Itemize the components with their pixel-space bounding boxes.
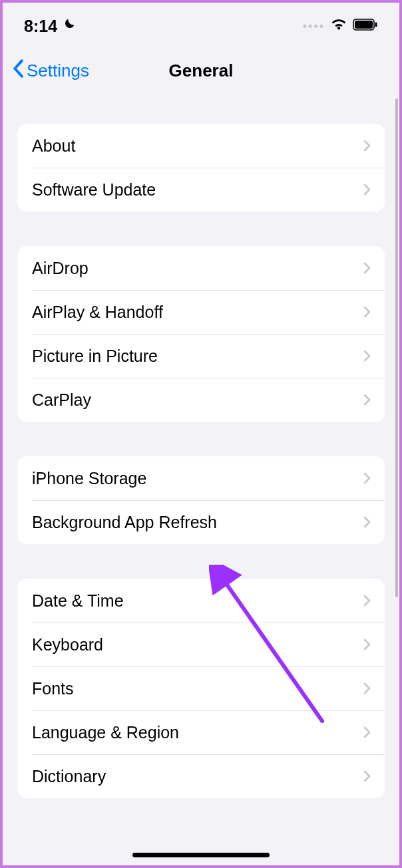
row-label: Dictionary <box>32 767 106 786</box>
row-date-time[interactable]: Date & Time <box>17 579 385 623</box>
do-not-disturb-icon <box>61 17 76 36</box>
wifi-icon <box>330 18 347 34</box>
chevron-right-icon <box>363 390 371 410</box>
row-iphone-storage[interactable]: iPhone Storage <box>17 456 385 500</box>
chevron-right-icon <box>363 347 371 366</box>
row-label: Date & Time <box>32 591 124 611</box>
row-label: Fonts <box>32 679 74 698</box>
status-right: •••• <box>303 18 378 34</box>
battery-icon <box>353 19 378 33</box>
chevron-right-icon <box>363 180 371 200</box>
settings-group-4: Date & Time Keyboard Fonts Language & Re… <box>17 579 385 798</box>
chevron-right-icon <box>363 723 371 742</box>
row-fonts[interactable]: Fonts <box>17 666 385 710</box>
back-label: Settings <box>27 61 89 81</box>
row-label: AirDrop <box>32 259 89 278</box>
row-about[interactable]: About <box>17 124 385 168</box>
settings-general-screen: 8:14 •••• Settings General <box>3 3 399 865</box>
row-label: iPhone Storage <box>32 469 146 488</box>
chevron-right-icon <box>363 767 371 786</box>
row-picture-in-picture[interactable]: Picture in Picture <box>17 334 385 378</box>
row-keyboard[interactable]: Keyboard <box>17 623 385 666</box>
row-label: About <box>32 136 75 156</box>
chevron-right-icon <box>363 136 371 156</box>
row-label: Software Update <box>32 180 156 200</box>
row-background-app-refresh[interactable]: Background App Refresh <box>17 500 385 544</box>
chevron-right-icon <box>363 303 371 322</box>
svg-rect-1 <box>355 21 373 29</box>
row-label: CarPlay <box>32 390 91 410</box>
row-label: Background App Refresh <box>32 513 217 532</box>
chevron-right-icon <box>363 513 371 532</box>
chevron-right-icon <box>363 469 371 488</box>
settings-group-1: About Software Update <box>17 124 385 212</box>
signal-dots-icon: •••• <box>303 19 325 33</box>
settings-group-2: AirDrop AirPlay & Handoff Picture in Pic… <box>17 246 385 422</box>
status-left: 8:14 <box>24 17 76 36</box>
status-bar: 8:14 •••• <box>3 3 399 49</box>
back-button[interactable]: Settings <box>12 59 89 82</box>
navigation-bar: Settings General <box>3 49 399 92</box>
row-dictionary[interactable]: Dictionary <box>17 754 385 798</box>
svg-rect-2 <box>375 23 377 27</box>
row-airplay-handoff[interactable]: AirPlay & Handoff <box>17 290 385 334</box>
home-indicator[interactable] <box>132 853 270 857</box>
chevron-right-icon <box>363 679 371 698</box>
row-software-update[interactable]: Software Update <box>17 168 385 212</box>
status-time: 8:14 <box>24 17 57 36</box>
chevron-right-icon <box>363 259 371 278</box>
settings-group-3: iPhone Storage Background App Refresh <box>17 456 385 544</box>
row-airdrop[interactable]: AirDrop <box>17 246 385 290</box>
content: About Software Update AirDrop AirPlay & … <box>3 92 399 798</box>
chevron-left-icon <box>12 59 24 82</box>
scroll-indicator[interactable] <box>395 98 398 597</box>
row-label: Language & Region <box>32 723 179 742</box>
chevron-right-icon <box>363 591 371 611</box>
row-label: AirPlay & Handoff <box>32 303 163 322</box>
chevron-right-icon <box>363 635 371 654</box>
row-carplay[interactable]: CarPlay <box>17 378 385 422</box>
row-language-region[interactable]: Language & Region <box>17 710 385 754</box>
row-label: Keyboard <box>32 635 103 654</box>
page-title: General <box>169 61 234 81</box>
row-label: Picture in Picture <box>32 347 158 366</box>
